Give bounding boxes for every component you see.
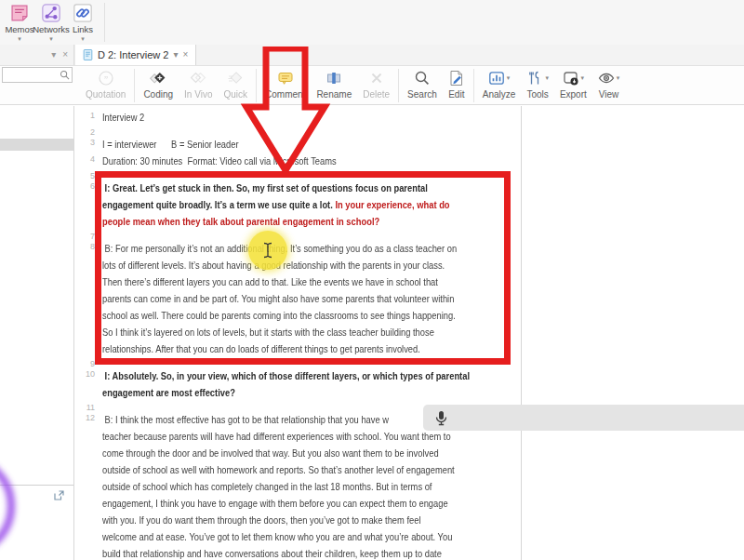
- text-line: B: I think the most effective has got to…: [102, 411, 458, 428]
- paragraph[interactable]: 12 B: I think the most effective has got…: [74, 411, 521, 560]
- memos-button[interactable]: Memos▾: [4, 3, 35, 42]
- sidebar-search-box[interactable]: [2, 67, 73, 83]
- caret-down-icon[interactable]: ▾: [49, 35, 53, 42]
- paragraph[interactable]: 7: [74, 230, 521, 240]
- text-line: I: Great. Let’s get stuck in then. So, m…: [102, 180, 458, 196]
- text-line: parents can come in and be part of. You …: [102, 290, 458, 307]
- tab-strip: ▾ × D 2: Interview 2 ▾ ×: [0, 45, 744, 66]
- text-line: engagement are most effective?: [102, 384, 458, 401]
- button-label: Quick: [223, 89, 247, 100]
- cursor-spotlight: [248, 231, 287, 270]
- topbar-buttons: Memos▾Networks▾Links▾: [0, 0, 99, 42]
- paragraph-number: 10: [78, 369, 95, 379]
- text-line: relationships. After that you can do loa…: [102, 340, 458, 357]
- invivo-icon: [190, 70, 206, 87]
- analyze-icon: [488, 70, 505, 87]
- comment-icon: [277, 70, 294, 87]
- caret-down-icon[interactable]: ▾: [81, 35, 85, 42]
- export-button[interactable]: ▾Export: [554, 66, 592, 100]
- top-ribbon: Memos▾Networks▾Links▾: [0, 0, 744, 46]
- paragraph[interactable]: 5: [74, 169, 521, 180]
- sidebar-panel: [0, 106, 74, 560]
- panel-caret-icon[interactable]: ▾: [51, 50, 56, 60]
- view-button[interactable]: ▾View: [592, 66, 626, 100]
- quotation-button[interactable]: ”Quotation: [80, 66, 131, 100]
- text-line: teacher because parents will have had di…: [102, 428, 458, 445]
- caret-down-icon[interactable]: ▾: [545, 74, 549, 82]
- button-label: Coding: [143, 89, 173, 100]
- links-button[interactable]: Links▾: [67, 3, 99, 42]
- open-external-button[interactable]: [53, 488, 65, 500]
- paragraph[interactable]: 8 B: For me personally it’s not an addit…: [74, 240, 521, 357]
- text-cursor-icon: [261, 242, 274, 259]
- button-label: Links: [73, 24, 93, 34]
- tools-button[interactable]: ▾Tools: [521, 66, 554, 100]
- document-tab[interactable]: D 2: Interview 2 ▾ ×: [74, 45, 196, 65]
- microphone-overlay[interactable]: [423, 405, 744, 431]
- tab-caret-icon[interactable]: ▾: [173, 50, 178, 60]
- networks-button[interactable]: Networks▾: [35, 3, 67, 42]
- button-label: Search: [407, 89, 437, 100]
- analyze-button[interactable]: ▾Analyze: [477, 66, 522, 100]
- topbar-separator: [104, 3, 105, 42]
- sidebar-selected-row[interactable]: [0, 139, 73, 151]
- button-label: In Vivo: [184, 89, 212, 100]
- edit-button[interactable]: Edit: [443, 66, 471, 100]
- caret-down-icon[interactable]: ▾: [581, 74, 585, 82]
- button-label: Comment: [265, 89, 305, 100]
- tab-close-icon[interactable]: ×: [182, 50, 188, 60]
- toolbar-separator: [256, 69, 257, 102]
- panel-close-icon[interactable]: ×: [62, 50, 68, 60]
- paragraph[interactable]: 2: [74, 126, 521, 136]
- caret-down-icon[interactable]: ▾: [18, 35, 21, 42]
- quick-button[interactable]: Quick: [218, 66, 253, 100]
- search-input[interactable]: [3, 70, 60, 80]
- edit-icon: [448, 70, 465, 87]
- button-label: Delete: [363, 89, 390, 100]
- sidebar-divider: [0, 485, 73, 486]
- paragraph[interactable]: 3I = interviewer B = Senior leader: [74, 136, 521, 153]
- external-link-icon: [53, 489, 65, 501]
- text-line: people mean when they talk about parenta…: [102, 213, 458, 230]
- text-line: outside of school which has completely c…: [102, 478, 458, 495]
- button-label: Tools: [526, 89, 548, 100]
- search-icon: [414, 70, 431, 87]
- text-line: with you. If you do want them through th…: [102, 512, 458, 528]
- paragraph[interactable]: 10 I: Absolutely. So, in your view, whic…: [74, 367, 521, 401]
- text-line: engagement, I think you have to engage w…: [102, 495, 458, 512]
- document-pane[interactable]: 1Interview 223I = interviewer B = Senior…: [74, 106, 522, 560]
- toolbar-separator: [398, 69, 399, 102]
- text-line: school as well. There could be parents c…: [102, 307, 458, 324]
- paragraph-number: 1: [78, 111, 95, 120]
- caret-down-icon[interactable]: ▾: [617, 74, 620, 82]
- rename-icon: [326, 70, 342, 87]
- text-line: So I think it’s layered on lots of level…: [102, 324, 458, 340]
- caret-down-icon[interactable]: ▾: [507, 74, 511, 82]
- comment-button[interactable]: Comment: [259, 66, 311, 100]
- panel-header: ▾ ×: [0, 45, 74, 65]
- svg-text:”: ”: [103, 74, 108, 84]
- search-icon: [60, 70, 70, 80]
- text-line: welcome and at ease. You’ve got to let t…: [102, 528, 458, 545]
- ribbon-toolbar: ”QuotationCodingIn VivoQuickCommentRenam…: [0, 66, 744, 105]
- paragraph[interactable]: 9: [74, 357, 521, 367]
- button-label: Quotation: [86, 89, 126, 100]
- view-icon: [598, 70, 615, 87]
- text-line: build that relationship and have convers…: [102, 545, 458, 560]
- paragraph[interactable]: 6 I: Great. Let’s get stuck in then. So,…: [74, 180, 521, 230]
- paragraph[interactable]: 4Duration: 30 minutes Format: Video call…: [74, 153, 521, 169]
- delete-button[interactable]: Delete: [357, 66, 395, 100]
- paragraph[interactable]: 1Interview 2: [74, 109, 521, 126]
- app-window: Memos▾Networks▾Links▾ ▾ × D 2: Interview…: [0, 0, 744, 560]
- quotation-icon: ”: [98, 70, 114, 87]
- text-line: I: Absolutely. So, in your view, which o…: [102, 367, 458, 384]
- rename-button[interactable]: Rename: [311, 66, 357, 100]
- search-button[interactable]: Search: [402, 66, 443, 100]
- coding-button[interactable]: Coding: [138, 66, 179, 100]
- button-label: Edit: [448, 89, 464, 100]
- tab-title: D 2: Interview 2: [98, 49, 168, 60]
- text-line: engagement quite broadly. It’s a term we…: [102, 196, 458, 213]
- button-label: View: [599, 89, 619, 100]
- in-vivo-button[interactable]: In Vivo: [179, 66, 218, 100]
- text-line: I = interviewer B = Senior leader: [102, 136, 458, 153]
